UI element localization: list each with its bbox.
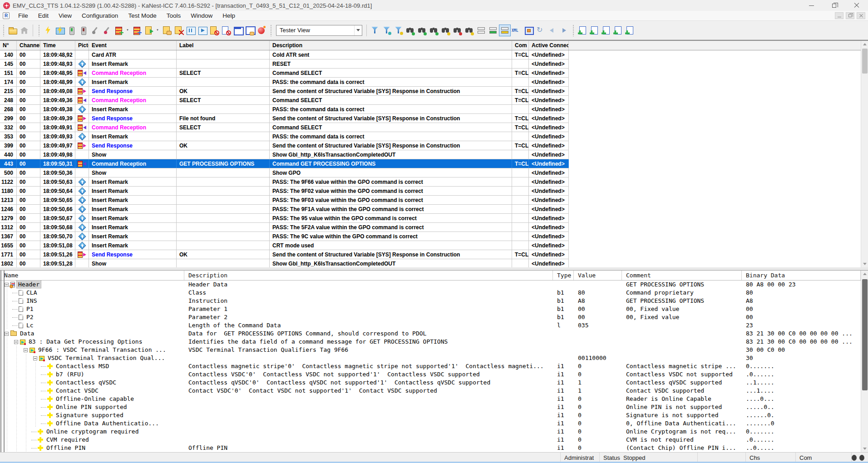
toolbar-icon-prev-event[interactable] <box>547 25 557 36</box>
scroll-up-icon[interactable] <box>861 41 868 48</box>
toolbar-icon-probe-record[interactable] <box>102 25 113 36</box>
toolbar-icon-script-browser-menu[interactable] <box>125 25 131 36</box>
log-row-1367[interactable]: 13670018:09:50,70Insert RemarkPASS: The … <box>0 232 569 241</box>
toolbar-icon-find[interactable] <box>405 25 416 36</box>
log-row-1246[interactable]: 12460018:09:50,66Insert RemarkPASS: The … <box>0 205 569 214</box>
column-header-com-pr[interactable]: Com Pr <box>512 41 529 50</box>
toolbar-icon-next-event[interactable] <box>558 25 569 36</box>
window-minimize-button[interactable] <box>800 0 823 11</box>
toolbar-icon-open-report[interactable] <box>7 25 18 36</box>
log-row-332[interactable]: 3320018:09:49,91Command ReceptionSELECTC… <box>0 123 569 132</box>
tree-row-data[interactable]: DataData for GET PROCESSING OPTIONS Comm… <box>0 330 868 338</box>
view-selector-combobox[interactable]: Tester View <box>276 25 362 36</box>
toolbar-icon-save-report-2[interactable] <box>589 25 600 36</box>
mdi-minimize-button[interactable] <box>835 12 843 19</box>
toolbar-icon-manual-card[interactable] <box>162 25 173 36</box>
tree-row-contactless-msd[interactable]: Contactless MSDContactless magnetic stri… <box>0 362 868 370</box>
toolbar-icon-view-compact[interactable] <box>476 25 487 36</box>
chevron-down-icon[interactable] <box>354 25 362 35</box>
toolbar-icon-find-marks[interactable] <box>464 25 475 36</box>
menu-window[interactable]: Window <box>186 11 217 21</box>
toolbar-grip-handle[interactable] <box>572 25 575 36</box>
toolbar-icon-save-report-4[interactable] <box>612 25 623 36</box>
detail-column-header-binary-data[interactable]: Binary Data <box>742 271 861 280</box>
column-header-active-connecti[interactable]: Active Connecti <box>529 41 569 50</box>
menu-configuration[interactable]: Configuration <box>77 11 123 21</box>
toolbar-icon-script-browser[interactable] <box>113 25 124 36</box>
detail-column-header-description[interactable]: Description <box>184 271 553 280</box>
toolbar-icon-probe[interactable] <box>90 25 101 36</box>
toolbar-icon-find-all[interactable] <box>440 25 451 36</box>
toolbar-icon-send-command[interactable] <box>143 25 154 36</box>
scroll-down-icon[interactable] <box>861 445 868 452</box>
toolbar-grip-handle[interactable] <box>270 25 272 36</box>
tree-row-offline-pin[interactable]: Offline PINOffline PINi10(Contact Chip) … <box>0 444 868 452</box>
tree-row-cvm-required[interactable]: CVM requiredi10CVM is not required.0....… <box>0 436 868 444</box>
toolbar-icon-resume-session[interactable] <box>197 25 208 36</box>
tree-row-lc[interactable]: LcLength of the Command Datal03523 <box>0 321 868 330</box>
detail-scrollbar[interactable] <box>861 271 868 452</box>
column-header-picto[interactable]: Picto <box>75 41 89 50</box>
tree-row-83-data-get-processing-options[interactable]: 83 : Data Get Processing OptionsIdentifi… <box>0 338 868 346</box>
tree-row-p2[interactable]: P2Parameter 2b10000, Fixed value00 <box>0 313 868 321</box>
log-row-1771[interactable]: 17710018:09:51,26Send ResponseOKSend the… <box>0 250 569 259</box>
log-row-443[interactable]: 4430018:09:50,31Command ReceptionGET PRO… <box>0 159 569 168</box>
toolbar-icon-send-command-menu[interactable] <box>155 25 161 36</box>
toolbar-icon-reader-power-off[interactable] <box>78 25 89 36</box>
log-row-1122[interactable]: 11220018:09:50,63Insert RemarkPASS: The … <box>0 177 569 187</box>
toolbar-icon-filter-time[interactable] <box>381 25 392 36</box>
detail-column-header-name[interactable]: Name <box>0 271 184 280</box>
log-row-1312[interactable]: 13120018:09:50,68Insert RemarkPASS: The … <box>0 223 569 232</box>
toolbar-icon-script-copy[interactable] <box>132 25 143 36</box>
detail-column-header-value[interactable]: Value <box>574 271 622 280</box>
toolbar-icon-record[interactable] <box>256 25 267 36</box>
log-row-440[interactable]: 4400018:09:49,98ShowShow Gbl_http_K6IsTr… <box>0 150 569 159</box>
toolbar-icon-connect-reader[interactable] <box>43 25 54 36</box>
menu-help[interactable]: Help <box>217 11 240 21</box>
column-header-label[interactable]: Label <box>177 41 270 50</box>
log-row-248[interactable]: 2480018:09:49,36Command ReceptionSELECTC… <box>0 96 569 105</box>
tree-row-9f66-vsdc-terminal-transaction[interactable]: 9F66 : VSDC Terminal Transaction ...VSDC… <box>0 346 868 354</box>
toolbar-icon-manual-card-stop[interactable] <box>173 25 184 36</box>
toolbar-icon-abort-card[interactable] <box>209 25 220 36</box>
tree-row-contact-vsdc[interactable]: Contact VSDCContact VSDC'0' Contact VSDC… <box>0 387 868 395</box>
mdi-close-button[interactable] <box>857 12 865 19</box>
tree-row-cla[interactable]: CLAClassb180Command proprietary80 <box>0 289 868 297</box>
toolbar-icon-save-report-3[interactable] <box>601 25 612 36</box>
collapse-toggle-icon[interactable] <box>5 283 9 287</box>
menu-view[interactable]: View <box>54 11 77 21</box>
tree-row-signature-supported[interactable]: Signature supportedi10Signature is not s… <box>0 411 868 419</box>
window-restore-button[interactable] <box>823 0 845 11</box>
log-row-1802[interactable]: 18020018:09:51,28ShowShow Gbl_http_K6IsT… <box>0 259 569 267</box>
log-row-140[interactable]: 1400018:09:48,92Card ATRCold ATR sentT=C… <box>0 50 569 59</box>
tree-row-online-pin-supported[interactable]: Online PIN supportedi10Online PIN is not… <box>0 403 868 411</box>
log-row-215[interactable]: 2150018:09:49,08Send ResponseOKSend the … <box>0 87 569 96</box>
menu-file[interactable]: File <box>13 11 33 21</box>
collapse-toggle-icon[interactable] <box>33 356 37 360</box>
toolbar-icon-abort-log[interactable] <box>221 25 232 36</box>
detail-column-header-comment[interactable]: Comment <box>622 271 742 280</box>
log-row-145[interactable]: 1450018:09:48,93Insert RemarkRESET<Undef… <box>0 59 569 69</box>
panel-splitter[interactable] <box>0 267 868 271</box>
log-row-353[interactable]: 3530018:09:49,93Insert RemarkPASS: the c… <box>0 132 569 141</box>
tree-row-vsdc-terminal-transaction-qual[interactable]: VSDC Terminal Transaction Qual...0011000… <box>0 354 868 362</box>
toolbar-icon-refresh[interactable] <box>535 25 546 36</box>
toolbar-icon-export-window[interactable] <box>523 25 534 36</box>
toolbar-icon-manual-window[interactable] <box>244 25 255 36</box>
toolbar-icon-export-xml[interactable] <box>511 25 522 36</box>
tree-row-offline-data-authenticatio[interactable]: Offline Data Authenticatio...i100, Offli… <box>0 419 868 428</box>
tree-row-p1[interactable]: P1Parameter 1b10000, Fixed value00 <box>0 305 868 313</box>
toolbar-icon-pause-session[interactable] <box>185 25 196 36</box>
collapse-toggle-icon[interactable] <box>14 340 18 344</box>
tree-row-header[interactable]: HeaderHeader DataGET PROCESSING OPTIONS8… <box>0 281 868 289</box>
scroll-up-icon[interactable] <box>861 271 868 277</box>
menu-edit[interactable]: Edit <box>33 11 54 21</box>
tree-row-offline-online-capable[interactable]: Offline-Online capablei10Reader is Onlin… <box>0 395 868 403</box>
column-header-description[interactable]: Description <box>270 41 512 50</box>
toolbar-icon-find-errors[interactable] <box>452 25 463 36</box>
detail-column-header-type[interactable]: Type <box>553 271 574 280</box>
log-row-151[interactable]: 1510018:09:48,95Command ReceptionSELECTC… <box>0 69 569 78</box>
log-row-500[interactable]: 5000018:09:50,36ShowShow GPO<Undefined> <box>0 168 569 177</box>
log-row-299[interactable]: 2990018:09:49,39Send ResponseFile not fo… <box>0 114 569 123</box>
toolbar-icon-view-normal[interactable] <box>488 25 498 36</box>
